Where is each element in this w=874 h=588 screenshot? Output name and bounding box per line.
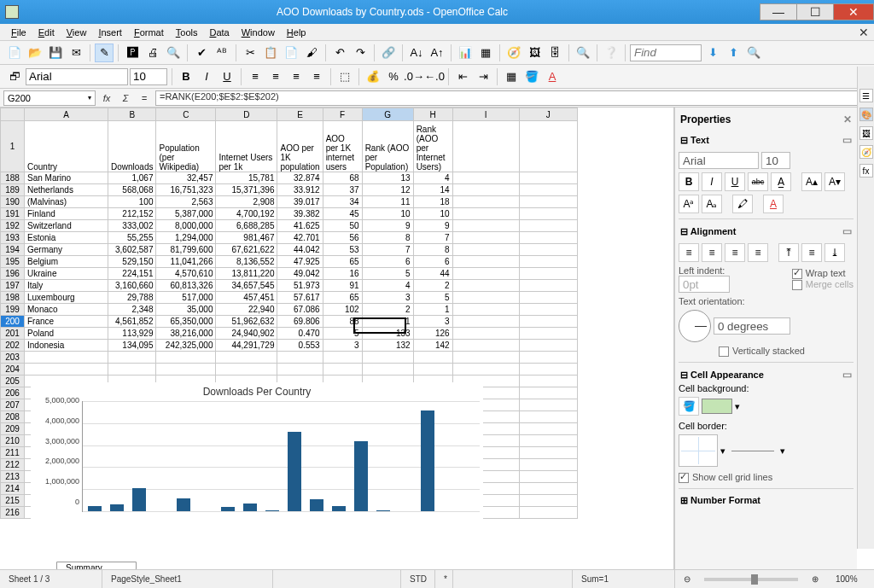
- cell[interactable]: 9: [413, 220, 452, 232]
- bg-color-dropdown[interactable]: ▾: [735, 401, 740, 412]
- cell[interactable]: [413, 352, 452, 364]
- menu-window[interactable]: Window: [236, 26, 281, 39]
- cell[interactable]: [519, 292, 577, 304]
- cell[interactable]: 51,962,632: [216, 316, 277, 328]
- row-header[interactable]: 197: [1, 280, 25, 292]
- cell[interactable]: 24,940,902: [216, 328, 277, 340]
- cell[interactable]: 1: [362, 316, 413, 328]
- underline-button[interactable]: U: [218, 67, 236, 86]
- menu-format[interactable]: Format: [128, 26, 170, 39]
- align-left-button[interactable]: ≡: [246, 67, 265, 86]
- cell[interactable]: AOO per 1K internet users: [323, 121, 362, 172]
- col-header-F[interactable]: F: [323, 108, 362, 121]
- cell[interactable]: 224,151: [108, 268, 156, 280]
- bg-fill-button[interactable]: 🪣: [679, 397, 699, 416]
- maximize-button[interactable]: ☐: [796, 3, 834, 20]
- cell[interactable]: 37: [323, 184, 362, 196]
- row-header[interactable]: 194: [1, 244, 25, 256]
- row-header[interactable]: 210: [1, 435, 25, 447]
- gallery-button[interactable]: 🖼: [525, 44, 544, 62]
- cell[interactable]: [452, 208, 519, 220]
- cell[interactable]: 16: [323, 268, 362, 280]
- cell[interactable]: 88: [323, 316, 362, 328]
- cell[interactable]: 10: [362, 208, 413, 220]
- cell[interactable]: 0.470: [277, 328, 323, 340]
- row-header[interactable]: 216: [1, 507, 25, 519]
- cell[interactable]: 517,000: [156, 292, 216, 304]
- col-header-G[interactable]: G: [362, 108, 413, 121]
- orientation-combo[interactable]: [714, 317, 790, 335]
- cell[interactable]: 49.042: [277, 268, 323, 280]
- cell[interactable]: 3,160,660: [108, 280, 156, 292]
- cell[interactable]: 2: [362, 304, 413, 316]
- cell[interactable]: [519, 507, 577, 519]
- spreadsheet-area[interactable]: ABCDEFGHIJ 1CountryDownloadsPopulation (…: [0, 108, 674, 588]
- cell[interactable]: 132: [362, 340, 413, 352]
- cell[interactable]: [452, 280, 519, 292]
- row-header[interactable]: 192: [1, 220, 25, 232]
- merge-button[interactable]: ⬚: [335, 67, 354, 86]
- new-doc-button[interactable]: 📄: [5, 44, 24, 62]
- cell[interactable]: Netherlands: [25, 184, 108, 196]
- cell[interactable]: 32.874: [277, 172, 323, 184]
- sidebar-styles-icon[interactable]: 🎨: [859, 108, 873, 121]
- percent-button[interactable]: %: [384, 67, 403, 86]
- cell[interactable]: AOO per 1K population: [277, 121, 323, 172]
- panel-shadow-button[interactable]: A̲: [771, 172, 791, 191]
- cell[interactable]: 35,000: [156, 304, 216, 316]
- cell[interactable]: 57.617: [277, 292, 323, 304]
- cell[interactable]: 8,136,552: [216, 256, 277, 268]
- cell[interactable]: 13,811,220: [216, 268, 277, 280]
- menu-data[interactable]: Data: [203, 26, 235, 39]
- cell[interactable]: [216, 352, 277, 364]
- cell[interactable]: 69.806: [277, 316, 323, 328]
- export-pdf-button[interactable]: 🅿: [123, 44, 142, 62]
- sidebar-functions-icon[interactable]: fx: [859, 164, 873, 178]
- cell[interactable]: [452, 172, 519, 184]
- cell[interactable]: 3,602,587: [108, 244, 156, 256]
- text-section-collapse[interactable]: ▭: [842, 134, 852, 146]
- menu-view[interactable]: View: [61, 26, 93, 39]
- copy-button[interactable]: 📋: [261, 44, 280, 62]
- cell[interactable]: [519, 316, 577, 328]
- row-header[interactable]: 190: [1, 196, 25, 208]
- row-header[interactable]: 204: [1, 364, 25, 376]
- row-header[interactable]: 188: [1, 172, 25, 184]
- cell[interactable]: (Malvinas): [25, 196, 108, 208]
- cell[interactable]: [519, 184, 577, 196]
- row-header[interactable]: 209: [1, 423, 25, 435]
- col-header-A[interactable]: A: [25, 108, 108, 121]
- cell[interactable]: 3: [413, 316, 452, 328]
- zoom-button[interactable]: 🔍: [574, 44, 592, 62]
- cell[interactable]: 91: [323, 280, 362, 292]
- cell[interactable]: 981,467: [216, 232, 277, 244]
- cell[interactable]: 142: [413, 340, 452, 352]
- gridlines-checkbox[interactable]: Show cell grid lines: [679, 472, 772, 483]
- panel-align-right[interactable]: ≡: [725, 243, 745, 262]
- row-header[interactable]: 195: [1, 256, 25, 268]
- chart-button[interactable]: 📊: [456, 44, 475, 62]
- sidebar-properties-icon[interactable]: ☰: [859, 89, 873, 102]
- cell[interactable]: 34,657,545: [216, 280, 277, 292]
- cell[interactable]: [519, 328, 577, 340]
- cell[interactable]: [519, 399, 577, 411]
- cell[interactable]: [108, 352, 156, 364]
- cell[interactable]: Monaco: [25, 304, 108, 316]
- cell[interactable]: 39.017: [277, 196, 323, 208]
- currency-button[interactable]: 💰: [364, 67, 382, 86]
- cell[interactable]: 56: [323, 232, 362, 244]
- cut-button[interactable]: ✂: [241, 44, 259, 62]
- cell[interactable]: 7: [362, 244, 413, 256]
- zoom-in-button[interactable]: ⊕: [803, 570, 827, 588]
- cell[interactable]: [156, 364, 216, 376]
- cell[interactable]: Downloads: [108, 121, 156, 172]
- find-replace-button[interactable]: 🔍: [744, 44, 763, 62]
- menu-help[interactable]: Help: [281, 26, 312, 39]
- cell[interactable]: 333,002: [108, 220, 156, 232]
- cell[interactable]: Germany: [25, 244, 108, 256]
- function-wizard-button[interactable]: fx: [99, 90, 114, 106]
- zoom-slider[interactable]: [704, 578, 798, 581]
- paintbrush-button[interactable]: 🖌: [302, 44, 321, 62]
- cell[interactable]: 67.086: [277, 304, 323, 316]
- sort-desc-button[interactable]: A↑: [428, 44, 446, 62]
